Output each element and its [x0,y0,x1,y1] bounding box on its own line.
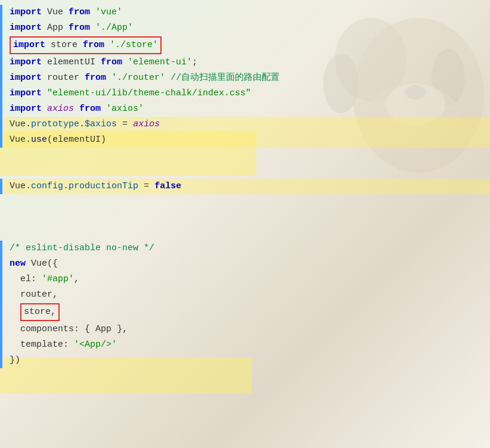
prop-template: template [20,340,63,350]
empty-line-11 [0,163,490,179]
string-router: './router' [111,73,165,83]
code-line-22: template: '<App/>' [0,337,490,353]
code-line-2: import App from './App' [0,20,490,36]
comma: , [51,307,56,317]
line-gutter-16 [0,241,2,256]
assign-op: = [144,181,149,191]
code-line-17: new Vue({ [0,256,490,272]
keyword-from: from [69,23,90,33]
id-elementui-arg: elementUI [52,135,101,145]
line-gutter-21 [0,322,2,337]
close-brace-paren: }) [10,355,20,365]
keyword-from: from [83,40,104,50]
prop-axios: $axios [85,119,117,129]
code-line-23: }) [0,353,490,368]
line-gutter-23 [0,353,2,368]
line-gutter-19 [0,287,2,303]
id-vue: Vue [47,7,63,17]
code-line-20: store, [0,303,490,322]
line-gutter-8 [0,117,2,132]
line-gutter-12 [0,179,2,194]
keyword-import: import [10,104,42,114]
prop-prototype: prototype [31,119,79,129]
empty-line-15 [0,225,490,241]
string-vue: 'vue' [95,7,122,17]
assign-op: = [122,119,128,129]
block-comment-eslint: /* eslint-disable no-new */ [10,243,154,253]
prop-productiontip: productionTip [69,181,138,191]
empty-line-10 [0,148,490,163]
keyword-from: from [101,57,122,67]
colon: : [63,340,69,350]
line-gutter-17 [0,256,2,272]
id-app: App [47,23,63,33]
code-line-1: import Vue from 'vue' [0,5,490,20]
red-highlight-store-prop: store, [20,303,60,321]
string-hash-app: '#app' [42,274,74,284]
comma: , [122,324,128,334]
paren-open: ( [47,135,52,145]
code-line-19: router, [0,287,490,303]
keyword-from: from [85,73,106,83]
keyword-false: false [154,181,181,191]
code-line-21: components: { App }, [0,322,490,337]
keyword-new: new [10,259,26,269]
dot: . [26,135,31,145]
keyword-import: import [13,40,45,50]
string-app: './App' [95,23,133,33]
string-css: "element-ui/lib/theme-chalk/index.css" [47,88,251,98]
prop-router: router [20,290,52,300]
brace-open2: { [85,324,90,334]
code-line-9: Vue.use(elementUI) [0,132,490,148]
id-vue-proto: Vue [10,119,26,129]
string-template: '<App/>' [74,340,117,350]
semicolon: ; [192,57,197,67]
line-gutter-4 [0,55,2,70]
string-axios: 'axios' [106,104,144,114]
code-line-7: import axios from 'axios' [0,101,490,117]
code-line-16: /* eslint-disable no-new */ [0,241,490,256]
empty-line-13 [0,194,490,210]
code-line-4: import elementUI from 'element-ui'; [0,55,490,70]
code-line-5: import router from './router' //自动扫描里面的路… [0,70,490,86]
id-vue-new: Vue [31,259,47,269]
line-gutter-22 [0,337,2,353]
code-line-6: import "element-ui/lib/theme-chalk/index… [0,86,490,101]
red-highlight-store-import: import store from './store' [10,36,162,54]
code-line-18: el: '#app', [0,272,490,287]
comma: , [52,290,58,300]
line-gutter-7 [0,101,2,117]
comma: , [74,274,79,284]
line-gutter-18 [0,272,2,287]
line-gutter-3 [0,36,2,55]
line-gutter-1 [0,5,2,20]
method-use: use [31,135,47,145]
line-gutter-5 [0,70,2,86]
keyword-import: import [10,88,42,98]
keyword-import: import [10,73,42,83]
id-vue-use: Vue [10,135,26,145]
id-elementui: elementUI [47,57,95,67]
empty-line-14 [0,210,490,225]
string-store: './store' [110,40,158,50]
keyword-from: from [69,7,90,17]
colon: : [74,324,79,334]
brace-close2: } [117,324,122,334]
line-gutter-9 [0,132,2,148]
line-gutter-6 [0,86,2,101]
keyword-from: from [79,104,101,114]
dot2: . [79,119,85,129]
code-line-12: Vue.config.productionTip = false [0,179,490,194]
line-gutter-20 [0,303,2,322]
dot: . [26,119,31,129]
id-router: router [47,73,79,83]
colon: : [31,274,36,284]
line-gutter-2 [0,20,2,36]
id-vue-config: Vue [10,181,26,191]
id-app-comp: App [95,324,111,334]
string-element-ui: 'element-ui' [128,57,192,67]
code-editor: import Vue from 'vue' import App from '.… [0,0,490,448]
keyword-import: import [10,57,42,67]
dot2: . [63,181,69,191]
prop-el: el [20,274,31,284]
